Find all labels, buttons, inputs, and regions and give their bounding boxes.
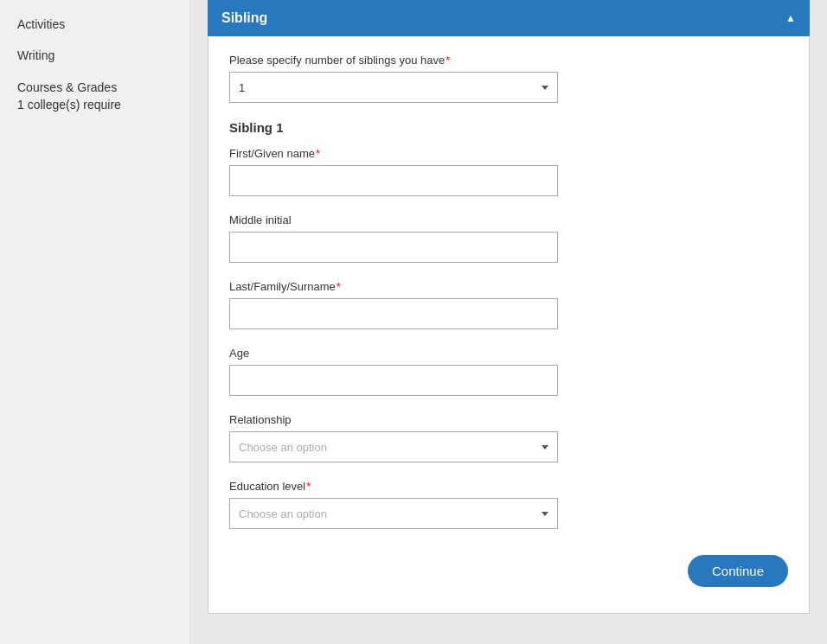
middle-initial-label: Middle initial [229,214,788,226]
education-group: Education level* Choose an option High S… [229,480,788,529]
first-name-input[interactable] [229,165,558,196]
section-header: Sibling ▲ [208,0,810,36]
sibling-count-select[interactable]: 1 2 3 4 5 [229,72,558,103]
relationship-select[interactable]: Choose an option Brother Sister [229,431,558,462]
section-body: Please specify number of siblings you ha… [208,36,810,614]
education-label: Education level* [229,480,788,493]
sibling1-header: Sibling 1 [229,120,788,135]
section-title: Sibling [221,10,267,26]
last-name-group: Last/Family/Surname* [229,280,788,329]
education-select[interactable]: Choose an option High School College Gra… [229,498,558,529]
actions-bar: Continue [229,546,788,587]
sidebar: Activities Writing Courses & Grades 1 co… [0,0,190,644]
main-content: Sibling ▲ Please specify number of sibli… [190,0,827,644]
relationship-group: Relationship Choose an option Brother Si… [229,413,788,462]
continue-button[interactable]: Continue [688,555,788,587]
age-input[interactable] [229,365,558,396]
middle-initial-group: Middle initial [229,214,788,263]
first-name-label: First/Given name* [229,147,788,160]
sibling1-title: Sibling 1 [229,120,788,135]
sidebar-item-activities[interactable]: Activities [0,9,189,40]
last-name-label: Last/Family/Surname* [229,280,788,293]
first-name-required: * [316,147,320,160]
last-name-input[interactable] [229,298,558,329]
middle-initial-input[interactable] [229,232,558,263]
sibling-count-label: Please specify number of siblings you ha… [229,54,788,67]
relationship-label: Relationship [229,413,788,426]
first-name-group: First/Given name* [229,147,788,196]
education-required: * [306,480,311,493]
last-name-required: * [337,280,341,293]
section-chevron[interactable]: ▲ [785,12,796,24]
sibling-count-required: * [446,54,450,67]
sidebar-item-courses[interactable]: Courses & Grades 1 college(s) require [0,71,189,122]
age-label: Age [229,347,788,360]
sidebar-item-writing[interactable]: Writing [0,40,189,71]
age-group: Age [229,347,788,396]
sibling-count-group: Please specify number of siblings you ha… [229,54,788,103]
